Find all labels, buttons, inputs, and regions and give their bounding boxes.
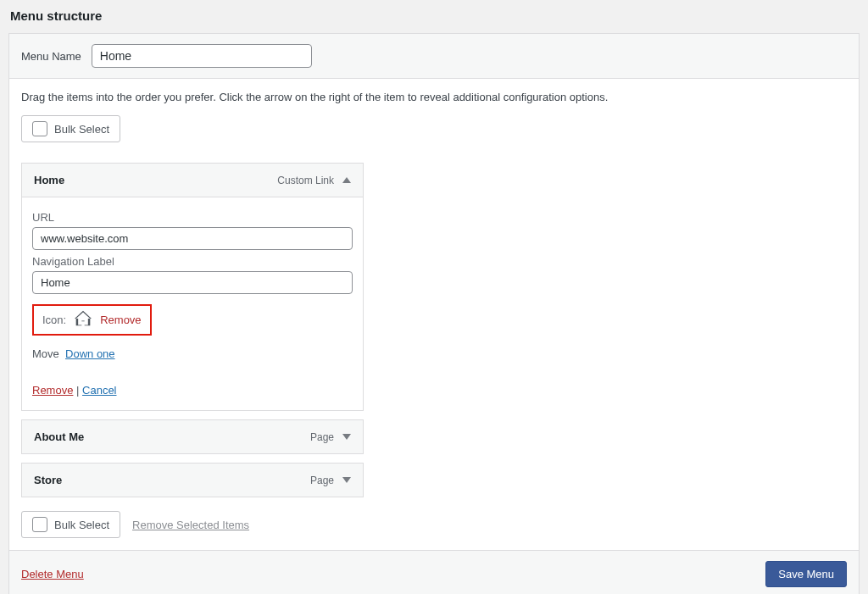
icon-label: Icon: (42, 314, 66, 326)
move-label: Move (32, 347, 59, 360)
menu-item-bar-home[interactable]: Home Custom Link (21, 163, 364, 197)
menu-item-bar-store[interactable]: Store Page (21, 463, 364, 497)
bulk-select-button[interactable]: Bulk Select (21, 115, 120, 142)
remove-item-link[interactable]: Remove (32, 384, 73, 397)
bulk-select-label: Bulk Select (54, 519, 109, 531)
menu-item-right: Page (310, 475, 351, 486)
menu-item-title: Store (34, 474, 62, 486)
menu-item-type: Custom Link (277, 175, 334, 186)
delete-menu-link[interactable]: Delete Menu (21, 568, 84, 580)
chevron-down-icon[interactable] (342, 434, 351, 440)
bulk-select-button-bottom[interactable]: Bulk Select (21, 511, 120, 538)
bulk-select-label: Bulk Select (54, 123, 109, 136)
menu-item-bar-about-me[interactable]: About Me Page (21, 419, 364, 454)
url-label: URL (32, 211, 353, 224)
cancel-link[interactable]: Cancel (82, 384, 116, 397)
bulk-select-checkbox[interactable] (32, 121, 47, 136)
instructions-text: Drag the items into the order you prefer… (21, 91, 847, 103)
panel-header: Menu Name (9, 34, 859, 79)
menu-item-type: Page (310, 475, 334, 486)
panel-body: Drag the items into the order you prefer… (9, 79, 859, 550)
remove-cancel-row: Remove | Cancel (32, 384, 353, 397)
url-input[interactable] (32, 227, 353, 250)
remove-icon-link[interactable]: Remove (100, 314, 141, 326)
page-title: Menu structure (8, 8, 860, 23)
menu-item-title: About Me (34, 430, 84, 443)
move-down-one-link[interactable]: Down one (65, 347, 115, 360)
nav-label-input[interactable] (32, 271, 353, 294)
menu-name-input[interactable] (92, 44, 312, 68)
remove-selected-link[interactable]: Remove Selected Items (132, 519, 249, 531)
menu-name-label: Menu Name (21, 50, 81, 63)
menu-item-title: Home (34, 174, 64, 186)
menu-item-type: Page (310, 431, 334, 443)
panel-footer: Delete Menu Save Menu (9, 550, 859, 594)
menu-item-settings-home: URL Navigation Label Icon: Remove Move D… (21, 197, 364, 411)
bulk-select-checkbox[interactable] (32, 517, 47, 532)
menu-item-right: Page (310, 431, 351, 443)
house-icon (75, 310, 92, 330)
nav-label-label: Navigation Label (32, 255, 353, 268)
save-menu-button[interactable]: Save Menu (765, 561, 847, 587)
icon-row-highlighted: Icon: Remove (32, 304, 152, 336)
separator: | (73, 384, 82, 397)
move-row: Move Down one (32, 347, 353, 360)
chevron-down-icon[interactable] (342, 477, 351, 483)
menu-items-list: Home Custom Link URL Navigation Label Ic… (21, 163, 364, 497)
menu-structure-panel: Menu Name Drag the items into the order … (8, 33, 860, 594)
menu-item-right: Custom Link (277, 175, 351, 186)
after-items-row: Bulk Select Remove Selected Items (21, 511, 847, 538)
chevron-up-icon[interactable] (342, 177, 351, 183)
